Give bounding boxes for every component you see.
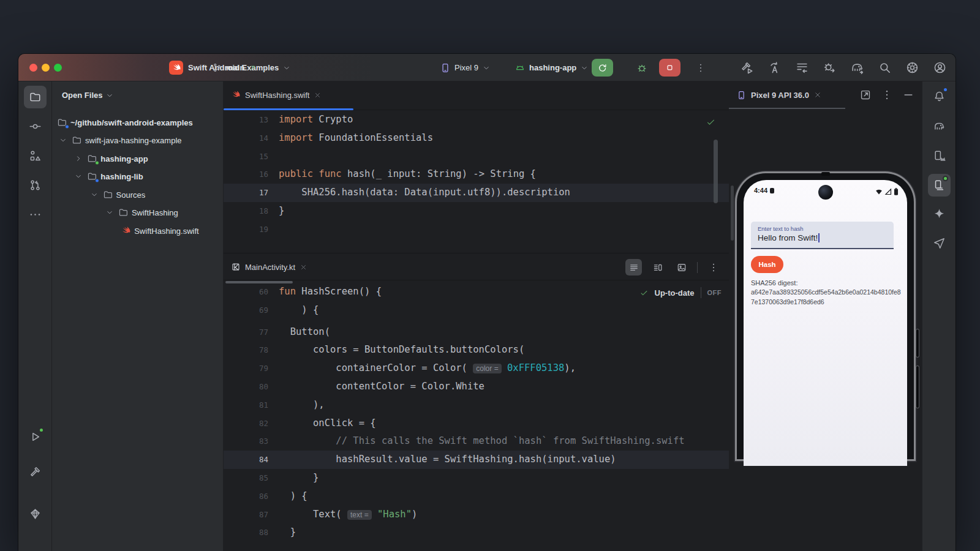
- code-line-85[interactable]: 85 }: [224, 469, 729, 487]
- tree-item-hashing-lib[interactable]: hashing-lib: [52, 168, 223, 186]
- search-icon[interactable]: [878, 61, 892, 75]
- inspection-ok-icon[interactable]: [706, 117, 716, 127]
- tree-item-swifthashing[interactable]: SwiftHashing: [52, 204, 223, 222]
- settings-icon[interactable]: [905, 61, 919, 75]
- line-number[interactable]: 69: [224, 301, 268, 320]
- device-selector[interactable]: Pixel 9: [440, 54, 491, 81]
- rail-item-project-folder[interactable]: [24, 86, 47, 108]
- rail-item-running-devices[interactable]: [928, 174, 951, 197]
- line-number[interactable]: 13: [224, 111, 268, 129]
- debug-button[interactable]: [631, 59, 652, 77]
- line-number[interactable]: 60: [224, 283, 268, 301]
- code-line-86[interactable]: 86 ) {: [224, 487, 729, 506]
- line-number[interactable]: 86: [224, 487, 268, 506]
- tree-item-sources[interactable]: Sources: [52, 186, 223, 204]
- gradle-sync-icon[interactable]: [850, 61, 864, 75]
- recent-lines-icon[interactable]: [795, 61, 809, 75]
- tree-item-hashing-app[interactable]: hashing-app: [52, 149, 223, 168]
- editor-swifthashing[interactable]: 13import Crypto14import FoundationEssent…: [224, 111, 729, 239]
- close-icon[interactable]: [300, 263, 307, 271]
- chevron-down-icon[interactable]: [90, 190, 99, 199]
- code-line-81[interactable]: 81 ),: [224, 396, 729, 414]
- rail-item-commit[interactable]: [24, 115, 47, 138]
- code-line-16[interactable]: 16public func hash(_ input: String) -> S…: [224, 165, 729, 184]
- line-number[interactable]: 79: [224, 359, 268, 378]
- rail-item-notifications[interactable]: [928, 85, 951, 108]
- code-line-69[interactable]: 69 ) {: [224, 301, 729, 320]
- code-line-83[interactable]: 83 // This calls the Swift method `hash`…: [224, 432, 729, 451]
- project-view-selector[interactable]: Open Files: [62, 91, 114, 100]
- tab-swifthashing[interactable]: SwiftHashing.swift: [224, 81, 328, 108]
- code-line-78[interactable]: 78 colors = ButtonDefaults.buttonColors(: [224, 341, 729, 359]
- chevron-down-icon[interactable]: [74, 172, 83, 181]
- vcs-widget[interactable]: main: [212, 54, 269, 81]
- line-number[interactable]: 83: [224, 432, 268, 451]
- hash-button[interactable]: Hash: [751, 256, 783, 273]
- line-number[interactable]: 82: [224, 414, 268, 433]
- line-number[interactable]: 16: [224, 165, 268, 184]
- hash-input-field[interactable]: Enter text to hash Hello from Swift!: [751, 222, 894, 249]
- line-number[interactable]: 77: [224, 323, 268, 342]
- hammer-run-icon[interactable]: [740, 61, 754, 75]
- toolbar-code-view[interactable]: [625, 259, 642, 276]
- code-line-80[interactable]: 80 contentColor = Color.White: [224, 378, 729, 396]
- close-icon[interactable]: [813, 91, 822, 99]
- line-number[interactable]: 81: [224, 396, 268, 414]
- toolbar-design-view[interactable]: [673, 259, 690, 276]
- code-line-15[interactable]: 15: [224, 148, 729, 166]
- chevron-down-icon[interactable]: [105, 208, 114, 217]
- rail-item-plane[interactable]: [928, 232, 951, 255]
- code-line-88[interactable]: 88 }: [224, 523, 729, 542]
- rail-item-more[interactable]: [24, 203, 47, 226]
- code-line-82[interactable]: 82 onClick = {: [224, 414, 729, 433]
- panel-scrollbar[interactable]: [731, 186, 734, 241]
- tab-pixel-device[interactable]: Pixel 9 API 36.0: [736, 81, 822, 108]
- run-config-selector[interactable]: hashing-app: [514, 54, 589, 81]
- minimize-window-button[interactable]: [42, 64, 50, 72]
- rail-item-pull-request[interactable]: [24, 174, 47, 197]
- editor-scrollbar[interactable]: [714, 140, 718, 203]
- line-number[interactable]: 85: [224, 469, 268, 487]
- compose-status-widget[interactable]: Up-to-date OFF: [639, 285, 722, 300]
- toolbar-more-vertical[interactable]: [705, 259, 722, 276]
- code-line-84[interactable]: 84 hashResult.value = SwiftHashing.hash(…: [224, 451, 729, 469]
- line-number[interactable]: 87: [224, 506, 268, 524]
- line-number[interactable]: 78: [224, 341, 268, 359]
- code-line-79[interactable]: 79 containerColor = Color( color = 0xFFF…: [224, 359, 729, 378]
- line-number[interactable]: 88: [224, 523, 268, 542]
- code-line-19[interactable]: 19: [224, 220, 729, 239]
- tree-item-swifthashing-swift[interactable]: SwiftHashing.swift: [52, 222, 223, 240]
- line-number[interactable]: 80: [224, 378, 268, 396]
- profiler-bug-icon[interactable]: [823, 61, 837, 75]
- code-line-87[interactable]: 87 Text( text = "Hash"): [224, 506, 729, 524]
- toolbar-split-view[interactable]: [649, 259, 666, 276]
- line-number[interactable]: 15: [224, 148, 268, 166]
- tab-mainactivity[interactable]: MainActivity.kt: [224, 253, 314, 280]
- code-line-18[interactable]: 18}: [224, 202, 729, 220]
- rail-item-device-manager[interactable]: [928, 144, 951, 167]
- rail-item-gemini[interactable]: [928, 203, 951, 225]
- chevron-down-icon[interactable]: [59, 136, 67, 144]
- rerun-button[interactable]: [592, 59, 613, 77]
- line-number[interactable]: 14: [224, 129, 268, 148]
- close-icon[interactable]: [314, 91, 322, 99]
- code-line-17[interactable]: 17 SHA256.hash(data: Data(input.utf8)).d…: [224, 184, 729, 202]
- emulator-screen[interactable]: 4:44 Enter text to hash Hello from Swift…: [744, 180, 907, 466]
- rail-item-gradle[interactable]: [928, 115, 951, 138]
- line-number[interactable]: 18: [224, 202, 268, 220]
- rail-item-build-hammer[interactable]: [24, 460, 47, 483]
- rail-item-structure[interactable]: [24, 144, 47, 167]
- more-vertical-icon[interactable]: [881, 89, 893, 101]
- line-number[interactable]: 84: [224, 451, 268, 469]
- tree-item--github-swift-android-examples[interactable]: ~/github/swift-android-examples: [52, 113, 223, 132]
- rename-a-icon[interactable]: [767, 61, 782, 75]
- account-icon[interactable]: [933, 61, 947, 75]
- code-line-14[interactable]: 14import FoundationEssentials: [224, 129, 729, 148]
- editor-mainactivity[interactable]: 60fun HashScreen() {69 ) {77 Button(78 c…: [224, 283, 729, 542]
- run-more-button[interactable]: [690, 59, 711, 77]
- code-line-77[interactable]: 77 Button(: [224, 323, 729, 342]
- stop-button[interactable]: [659, 59, 680, 77]
- open-in-new-icon[interactable]: [859, 89, 872, 101]
- hide-icon[interactable]: [902, 89, 914, 101]
- close-window-button[interactable]: [29, 64, 37, 72]
